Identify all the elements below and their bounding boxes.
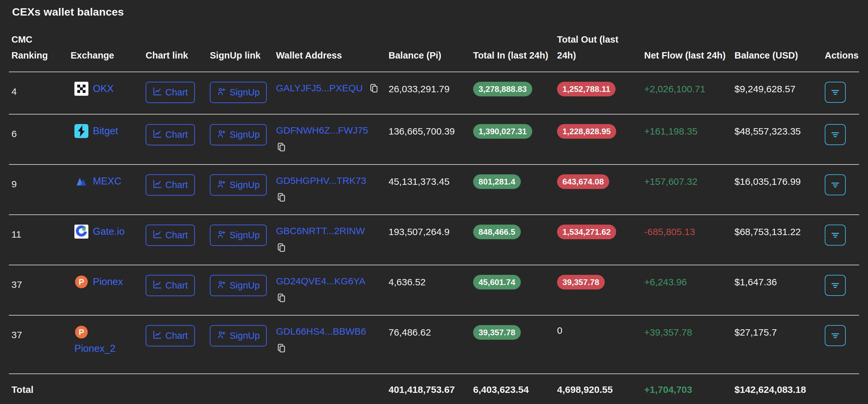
- cmc-rank: 37: [9, 325, 70, 340]
- signup-link-button[interactable]: SignUp: [210, 275, 267, 296]
- balance-usd: $9,249,628.57: [735, 82, 825, 94]
- exchange-cell: Gate.io: [70, 225, 146, 238]
- exchange-cell: MEXC: [70, 174, 146, 188]
- wallet-address-link[interactable]: GDFNWH6Z...FWJ75: [276, 125, 368, 136]
- okx-logo-icon: [74, 82, 88, 96]
- copy-address-button[interactable]: [276, 242, 287, 253]
- exchange-cell: P Pionex_2: [70, 325, 146, 354]
- filter-lines-icon: [830, 128, 841, 141]
- chart-link-button[interactable]: Chart: [146, 174, 195, 196]
- chart-link-button[interactable]: Chart: [146, 225, 195, 246]
- copy-address-button[interactable]: [276, 142, 287, 153]
- total-in-badge: 848,466.5: [473, 225, 521, 239]
- wallet-address-link[interactable]: GD24QVE4...KG6YA: [276, 276, 365, 286]
- cmc-rank: 6: [9, 124, 70, 139]
- wallet-address-cell: GD5HGPHV...TRK73: [276, 174, 389, 203]
- exchange-link[interactable]: Bitget: [93, 125, 118, 137]
- signup-link-button[interactable]: SignUp: [210, 174, 267, 196]
- copy-address-button[interactable]: [276, 343, 287, 354]
- total-out-badge: 643,674.08: [557, 174, 609, 189]
- total-out-badge: 1,252,788.11: [557, 82, 616, 96]
- chart-link-button[interactable]: Chart: [146, 325, 195, 346]
- copy-address-button[interactable]: [276, 192, 287, 203]
- net-flow-value: +6,243.96: [644, 275, 735, 288]
- col-header-net-flow: Net Flow (last 24h): [644, 48, 735, 63]
- filter-lines-icon: [830, 179, 841, 191]
- copy-address-button[interactable]: [276, 293, 287, 304]
- actions-filter-button[interactable]: [825, 174, 846, 195]
- exchange-cell: OKX: [70, 82, 146, 96]
- cex-balances-table: CMC Ranking Exchange Chart link SignUp l…: [9, 18, 859, 404]
- pionex-logo-icon: P: [74, 275, 88, 289]
- wallet-address-link[interactable]: GALYJFJ5...PXEQU: [276, 83, 363, 93]
- wallet-address-cell: GALYJFJ5...PXEQU: [276, 82, 389, 94]
- wallet-address-link[interactable]: GD5HGPHV...TRK73: [276, 175, 366, 186]
- filter-lines-icon: [830, 329, 841, 342]
- page-title: CEXs wallet balances: [0, 0, 868, 18]
- actions-filter-button[interactable]: [825, 82, 846, 103]
- actions-filter-button[interactable]: [825, 124, 846, 145]
- total-balance-pi: 401,418,753.67: [389, 384, 473, 395]
- table-row: 37 P Pionex Chart SignUp GD24QVE4...KG6Y…: [9, 265, 859, 316]
- copy-icon: [369, 90, 379, 95]
- user-plus-icon: [217, 179, 226, 191]
- line-chart-icon: [153, 280, 162, 291]
- table-row: 11 Gate.io Chart SignUp GBC6NRTT...2RINW…: [9, 215, 859, 265]
- exchange-cell: Bitget: [70, 124, 146, 138]
- exchange-link[interactable]: MEXC: [93, 176, 121, 187]
- signup-link-button[interactable]: SignUp: [210, 124, 267, 145]
- user-plus-icon: [217, 87, 226, 98]
- net-flow-value: +2,026,100.71: [644, 82, 735, 94]
- total-out-badge: 39,357.78: [557, 275, 605, 289]
- filter-lines-icon: [830, 86, 841, 98]
- chart-link-button[interactable]: Chart: [146, 82, 195, 103]
- balance-usd: $48,557,323.35: [735, 124, 825, 137]
- actions-filter-button[interactable]: [825, 275, 846, 296]
- wallet-address-cell: GD24QVE4...KG6YA: [276, 275, 389, 304]
- total-out-badge: 1,228,828.95: [557, 124, 616, 139]
- balance-pi: 76,486.62: [389, 325, 473, 338]
- line-chart-icon: [153, 87, 162, 98]
- signup-link-button[interactable]: SignUp: [210, 225, 267, 246]
- balance-pi: 4,636.52: [389, 275, 473, 288]
- col-header-signup-link: SignUp link: [210, 48, 276, 63]
- table-row: 6 Bitget Chart SignUp GDFNWH6Z...FWJ75 1…: [9, 115, 859, 165]
- total-in-badge: 45,601.74: [473, 275, 521, 289]
- net-flow-value: +157,607.32: [644, 174, 735, 187]
- exchange-link[interactable]: Gate.io: [93, 226, 125, 237]
- signup-link-button[interactable]: SignUp: [210, 82, 267, 103]
- pionex-logo-icon: P: [74, 325, 88, 339]
- signup-link-button[interactable]: SignUp: [210, 325, 267, 346]
- wallet-address-cell: GDFNWH6Z...FWJ75: [276, 124, 389, 153]
- table-row: 37 P Pionex_2 Chart SignUp GDL66HS4...BB…: [9, 316, 859, 374]
- user-plus-icon: [217, 280, 226, 291]
- actions-filter-button[interactable]: [825, 225, 846, 246]
- exchange-cell: P Pionex: [70, 275, 146, 289]
- table-header-row: CMC Ranking Exchange Chart link SignUp l…: [9, 18, 859, 72]
- copy-address-button[interactable]: [369, 83, 379, 94]
- col-header-wallet-address: Wallet Address: [276, 48, 389, 63]
- copy-icon: [276, 350, 287, 355]
- wallet-address-link[interactable]: GDL66HS4...BBWB6: [276, 326, 366, 337]
- exchange-link[interactable]: Pionex_2: [74, 343, 116, 354]
- net-flow-value: +161,198.35: [644, 124, 735, 137]
- balance-pi: 136,665,700.39: [389, 124, 473, 137]
- exchange-link[interactable]: OKX: [93, 83, 114, 94]
- total-label: Total: [9, 384, 70, 395]
- total-row: Total 401,418,753.67 6,403,623.54 4,698,…: [9, 374, 859, 404]
- balance-usd: $27,175.7: [735, 325, 825, 338]
- total-in-badge: 801,281.4: [473, 174, 521, 189]
- filter-lines-icon: [830, 229, 841, 241]
- total-balance-usd: $142,624,083.18: [735, 384, 825, 395]
- user-plus-icon: [217, 129, 226, 141]
- chart-link-button[interactable]: Chart: [146, 275, 195, 296]
- chart-link-button[interactable]: Chart: [146, 124, 195, 145]
- actions-filter-button[interactable]: [825, 325, 846, 346]
- total-out-badge: 1,534,271.62: [557, 225, 616, 239]
- balance-usd: $68,753,131.22: [735, 225, 825, 237]
- exchange-link[interactable]: Pionex: [93, 276, 123, 288]
- mexc-logo-icon: [74, 174, 88, 188]
- wallet-address-link[interactable]: GBC6NRTT...2RINW: [276, 226, 365, 236]
- col-header-actions: Actions: [825, 48, 859, 63]
- table-row: 4 OKX Chart SignUp GALYJFJ5...PXEQU 26,0…: [9, 72, 859, 115]
